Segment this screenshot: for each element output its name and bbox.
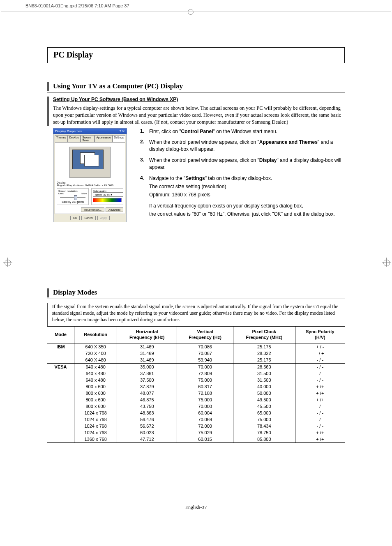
table-row: 720 X 40031.46970.08728.322- / + bbox=[47, 350, 345, 357]
table-cell: 46.875 bbox=[117, 396, 177, 403]
table-cell: 70.000 bbox=[177, 363, 233, 370]
mode-cell bbox=[47, 403, 74, 410]
step-text: Navigate to the "Settings" tab on the di… bbox=[149, 175, 345, 182]
subheading-row: Using Your TV as a Computer (PC) Display bbox=[47, 81, 345, 92]
display-modes-heading: Display Modes bbox=[53, 288, 97, 297]
cancel-button: Cancel bbox=[81, 216, 95, 220]
table-header: HorizontalFrequency (kHz) bbox=[117, 327, 177, 343]
table-cell: 49.500 bbox=[233, 396, 295, 403]
step4-extra-line2: Optimum: 1360 x 768 pixels bbox=[149, 191, 345, 198]
color-quality-group: Color quality Highest (32 bit) ▾ bbox=[91, 188, 123, 205]
table-cell: 43.750 bbox=[117, 403, 177, 410]
table-cell: 800 x 600 bbox=[74, 390, 117, 396]
table-cell: 31.469 bbox=[117, 343, 177, 350]
page-content: PC Display Using Your TV as a Computer (… bbox=[0, 0, 392, 535]
dialog-title-text: Display Properties bbox=[55, 129, 82, 133]
accent-bar bbox=[47, 303, 48, 327]
section-title-box: PC Display bbox=[47, 47, 345, 63]
table-cell: 60.004 bbox=[177, 410, 233, 416]
mode-cell bbox=[47, 370, 74, 377]
table-cell: 85.800 bbox=[233, 436, 295, 443]
tab-desktop: Desktop bbox=[67, 135, 81, 142]
table-cell: 25.175 bbox=[233, 343, 295, 350]
table-cell: 800 x 600 bbox=[74, 403, 117, 410]
crop-mark bbox=[386, 258, 387, 267]
mode-cell bbox=[47, 396, 74, 403]
step-number: 3. bbox=[140, 157, 149, 171]
table-cell: + /+ bbox=[295, 436, 345, 443]
table-cell: 37.500 bbox=[117, 377, 177, 383]
table-row: 1024 x 76856.67272.00078.434- / - bbox=[47, 423, 345, 429]
resolution-value: 1360 by 768 pixels bbox=[58, 200, 87, 203]
mode-cell bbox=[47, 423, 74, 429]
crop-mark bbox=[3, 263, 12, 263]
table-cell: 47.712 bbox=[117, 436, 177, 443]
table-cell: 1360 x 768 bbox=[74, 436, 117, 443]
mode-cell bbox=[47, 350, 74, 357]
table-cell: 1024 x 768 bbox=[74, 423, 117, 429]
table-cell: 60.317 bbox=[177, 383, 233, 390]
table-cell: 25.175 bbox=[233, 357, 295, 364]
resolution-slider bbox=[60, 197, 85, 198]
step4-note-line2: the correct value is "60" or "60 Hz". Ot… bbox=[149, 211, 345, 218]
table-cell: 640 X 480 bbox=[74, 357, 117, 364]
mode-cell: IBM bbox=[47, 343, 74, 350]
table-cell: 48.363 bbox=[117, 410, 177, 416]
crop-mark bbox=[383, 260, 390, 266]
table-row: 640 x 48037.86172.80931.500- / - bbox=[47, 370, 345, 377]
crop-mark bbox=[7, 258, 8, 267]
table-cell: 48.077 bbox=[117, 390, 177, 396]
display-desc: Plug and Play Monitor on NVIDIA GeForce … bbox=[57, 184, 123, 187]
display-properties-dialog: Display Properties ? ✕ Themes Desktop Sc… bbox=[53, 128, 127, 222]
accent-bar bbox=[47, 288, 49, 297]
mode-cell bbox=[47, 357, 74, 364]
apply-button: Apply bbox=[97, 216, 110, 220]
mode-cell bbox=[47, 436, 74, 443]
table-cell: + /+ bbox=[295, 396, 345, 403]
step-text: When the control panel window appears, c… bbox=[149, 157, 345, 171]
mode-cell: VESA bbox=[47, 363, 74, 370]
ok-button: OK bbox=[70, 216, 80, 220]
table-cell: 72.000 bbox=[177, 423, 233, 429]
steps-column: 1.First, click on "Control Panel" on the… bbox=[127, 128, 345, 222]
table-cell: 31.469 bbox=[117, 350, 177, 357]
mode-cell bbox=[47, 416, 74, 423]
table-cell: 31.500 bbox=[233, 370, 295, 377]
table-cell: 56.476 bbox=[117, 416, 177, 423]
table-cell: 78.434 bbox=[233, 423, 295, 429]
table-cell: 640 x 480 bbox=[74, 363, 117, 370]
crop-mark bbox=[190, 533, 190, 535]
mode-cell bbox=[47, 410, 74, 416]
display-modes-table: ModeResolutionHorizontalFrequency (kHz)V… bbox=[47, 326, 345, 443]
dialog-tabs: Themes Desktop Screen Saver Appearance S… bbox=[53, 134, 127, 142]
subheading-row: Display Modes bbox=[47, 288, 345, 299]
table-cell: 72.188 bbox=[177, 390, 233, 396]
mode-cell bbox=[47, 383, 74, 390]
table-cell: 1024 x 768 bbox=[74, 416, 117, 423]
table-cell: + / - bbox=[295, 343, 345, 350]
table-cell: 37.879 bbox=[117, 383, 177, 390]
instruction-step: 3.When the control panel window appears,… bbox=[140, 157, 345, 171]
mode-cell bbox=[47, 377, 74, 383]
page-number: English-37 bbox=[47, 505, 345, 511]
table-row: 800 x 60048.07772.18850.000+ /+ bbox=[47, 390, 345, 396]
table-cell: - / - bbox=[295, 363, 345, 370]
dialog-titlebar: Display Properties ? ✕ bbox=[53, 129, 127, 134]
table-row: 800 x 60037.87960.31740.000+ /+ bbox=[47, 383, 345, 390]
step-number: 1. bbox=[140, 128, 149, 135]
table-cell: 640 x 480 bbox=[74, 377, 117, 383]
crop-mark bbox=[382, 263, 391, 263]
table-row: 1024 x 76856.47670.06975.000- / - bbox=[47, 416, 345, 423]
troubleshoot-button: Troubleshoot... bbox=[81, 207, 104, 212]
mode-cell bbox=[47, 390, 74, 396]
table-cell: 1024 x 768 bbox=[74, 410, 117, 416]
table-cell: + /+ bbox=[295, 429, 345, 436]
table-header: Pixel ClockFrequency (MHz) bbox=[233, 327, 295, 343]
display-modes-intro: If the signal from the system equals the… bbox=[52, 303, 345, 323]
table-cell: 28.560 bbox=[233, 363, 295, 370]
table-header-row: ModeResolutionHorizontalFrequency (kHz)V… bbox=[47, 327, 345, 343]
step4-extra-line1: The correct size setting (resolution) bbox=[149, 183, 345, 190]
table-cell: 78.750 bbox=[233, 429, 295, 436]
dialog-body: Display: Plug and Play Monitor on NVIDIA… bbox=[55, 142, 125, 214]
table-header: VerticalFrequency (Hz) bbox=[177, 327, 233, 343]
